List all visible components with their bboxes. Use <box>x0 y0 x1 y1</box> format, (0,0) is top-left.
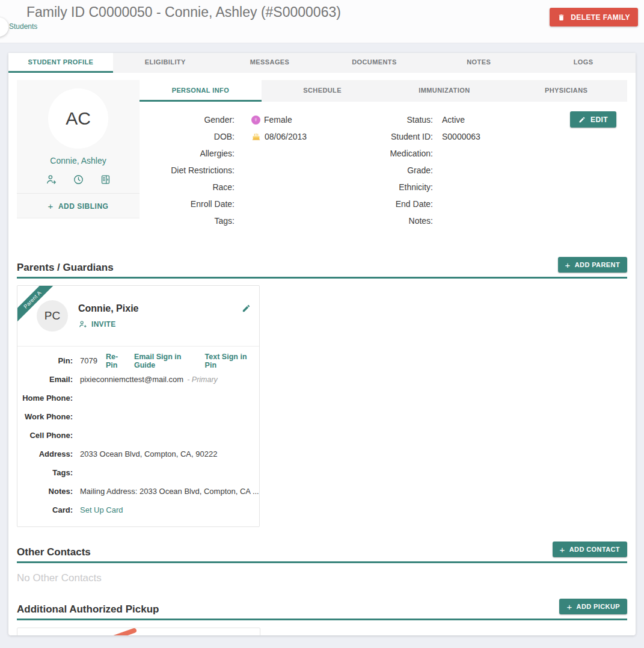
student-quick-actions <box>17 174 140 185</box>
tab-messages[interactable]: MESSAGES <box>218 53 322 73</box>
page-header: Family ID C0000050 - Connie, Ashley (#S0… <box>0 0 644 43</box>
parent-avatar: PC <box>37 300 68 332</box>
add-pickup-button[interactable]: ADD PICKUP <box>559 599 627 614</box>
add-parent-button[interactable]: ADD PARENT <box>558 257 627 273</box>
student-profile-section: AC Connie, Ashley ADD SIBLING PERSONAL I… <box>17 80 627 242</box>
add-parent-label: ADD PARENT <box>575 261 620 268</box>
main-tab-bar: STUDENT PROFILE ELIGIBILITY MESSAGES DOC… <box>8 53 636 73</box>
annotation-arrow <box>68 626 149 635</box>
field-dob: DOB: 08/06/2013 <box>140 128 356 145</box>
re-pin-link[interactable]: Re-Pin <box>106 353 127 369</box>
field-label: Notes: <box>356 216 433 226</box>
subtab-immunization[interactable]: IMMUNIZATION <box>384 80 506 102</box>
trash-icon <box>557 13 565 22</box>
invite-label: INVITE <box>91 320 115 329</box>
row-label: Cell Phone: <box>17 431 73 440</box>
tab-logs[interactable]: LOGS <box>531 53 636 73</box>
schedule-clock-icon[interactable] <box>73 174 84 185</box>
info-column-left: Gender: Female DOB: 08/06/2013 <box>140 111 356 229</box>
field-allergies: Allergies: <box>140 145 356 162</box>
add-contact-label: ADD CONTACT <box>569 546 620 553</box>
parent-email-row: Email: pixieconniemcttest@mail.com - Pri… <box>17 370 256 389</box>
delete-family-button[interactable]: DELETE FAMILY <box>550 8 638 26</box>
tab-notes[interactable]: NOTES <box>426 53 531 73</box>
parent-name: Connie, Pixie <box>78 303 138 314</box>
edit-parent-icon[interactable] <box>242 304 251 315</box>
field-ethnicity: Ethnicity: <box>356 179 544 196</box>
field-label: End Date: <box>356 199 433 209</box>
field-gender: Gender: Female <box>140 111 356 128</box>
subtab-physicians[interactable]: PHYSICIANS <box>505 80 627 102</box>
parents-section-title: Parents / Guardians <box>17 262 114 274</box>
field-value: S0000063 <box>442 132 480 141</box>
email-value: pixieconniemcttest@mail.com <box>80 375 183 384</box>
subtab-personal-info[interactable]: PERSONAL INFO <box>140 80 262 102</box>
field-value: 08/06/2013 <box>265 132 307 141</box>
field-label: Student ID: <box>356 132 433 141</box>
pencil-icon <box>578 116 586 123</box>
parent-cell-phone-row: Cell Phone: <box>17 426 256 445</box>
student-avatar: AC <box>48 88 108 149</box>
sub-tab-bar: PERSONAL INFO SCHEDULE IMMUNIZATION PHYS… <box>140 80 627 102</box>
birthday-cake-icon <box>251 132 261 141</box>
field-diet-restrictions: Diet Restrictions: <box>140 162 356 179</box>
billing-ledger-icon[interactable] <box>100 174 111 185</box>
parent-address-row: Address: 2033 Ocean Blvd, Compton, CA, 9… <box>17 445 256 463</box>
set-up-card-link[interactable]: Set Up Card <box>80 505 123 514</box>
field-end-date: End Date: <box>356 196 544 212</box>
parent-card: Parent A PC Connie, Pixie INVITE Pin: 70… <box>17 285 260 527</box>
parent-card-body: Pin: 7079 Re-Pin Email Sign in Guide Tex… <box>17 346 259 526</box>
add-sibling-button[interactable]: ADD SIBLING <box>17 194 140 218</box>
field-value: Female <box>264 115 292 125</box>
row-label: Work Phone: <box>17 412 73 421</box>
text-sign-in-pin-link[interactable]: Text Sign in Pin <box>205 353 256 369</box>
pickup-section-title: Additional Authorized Pickup <box>17 603 159 616</box>
field-tags: Tags: <box>140 212 356 229</box>
plus-icon <box>560 545 565 554</box>
tab-documents[interactable]: DOCUMENTS <box>322 53 426 73</box>
personal-info-grid: Gender: Female DOB: 08/06/2013 <box>140 102 627 229</box>
edit-student-button[interactable]: EDIT <box>570 111 616 128</box>
field-value: Active <box>442 115 465 125</box>
parent-pin-row: Pin: 7079 Re-Pin Email Sign in Guide Tex… <box>17 351 256 370</box>
field-label: DOB: <box>140 132 235 141</box>
add-sibling-label: ADD SIBLING <box>58 202 109 211</box>
row-value: Mailing Address: 2033 Ocean Blvd, Compto… <box>80 487 259 496</box>
student-name-link[interactable]: Connie, Ashley <box>17 156 140 165</box>
tab-student-profile[interactable]: STUDENT PROFILE <box>8 53 113 73</box>
add-pickup-label: ADD PICKUP <box>577 603 620 610</box>
field-label: Allergies: <box>140 149 235 158</box>
female-gender-icon <box>251 116 260 125</box>
other-contacts-title: Other Contacts <box>17 546 91 558</box>
row-label: Address: <box>17 449 73 458</box>
pickup-section-header: Additional Authorized Pickup ADD PICKUP <box>17 599 627 620</box>
field-status: Status: Active <box>356 111 544 128</box>
personal-info-panel: PERSONAL INFO SCHEDULE IMMUNIZATION PHYS… <box>140 80 627 242</box>
row-label: Pin: <box>17 356 73 365</box>
parent-notes-row: Notes: Mailing Address: 2033 Ocean Blvd,… <box>17 482 256 501</box>
row-label: Card: <box>17 505 73 514</box>
plus-icon <box>565 261 571 270</box>
add-contact-button[interactable]: ADD CONTACT <box>553 542 627 557</box>
subtab-schedule[interactable]: SCHEDULE <box>262 80 384 102</box>
breadcrumb-students-link[interactable]: Students <box>9 22 37 31</box>
pin-value: 7079 <box>80 356 97 365</box>
tab-eligibility[interactable]: ELIGIBILITY <box>113 53 218 73</box>
pickup-entry-card: Test, Kim <box>17 628 260 635</box>
row-label: Tags: <box>17 468 73 477</box>
parent-card-row: Card: Set Up Card <box>17 501 256 519</box>
student-detail-card: STUDENT PROFILE ELIGIBILITY MESSAGES DOC… <box>8 53 636 635</box>
field-label: Race: <box>140 182 235 192</box>
row-value: 2033 Ocean Blvd, Compton, CA, 90222 <box>80 449 217 458</box>
plus-icon <box>48 202 54 211</box>
invite-parent-link[interactable]: INVITE <box>78 319 138 329</box>
field-medication: Medication: <box>356 145 544 162</box>
row-label: Home Phone: <box>17 393 73 403</box>
field-label: Diet Restrictions: <box>140 165 235 175</box>
transfer-student-icon[interactable] <box>46 174 57 185</box>
back-button[interactable] <box>0 17 8 37</box>
field-grade: Grade: <box>356 162 544 179</box>
email-sign-in-guide-link[interactable]: Email Sign in Guide <box>134 353 198 369</box>
field-label: Gender: <box>140 115 235 125</box>
invite-person-icon <box>78 319 87 329</box>
